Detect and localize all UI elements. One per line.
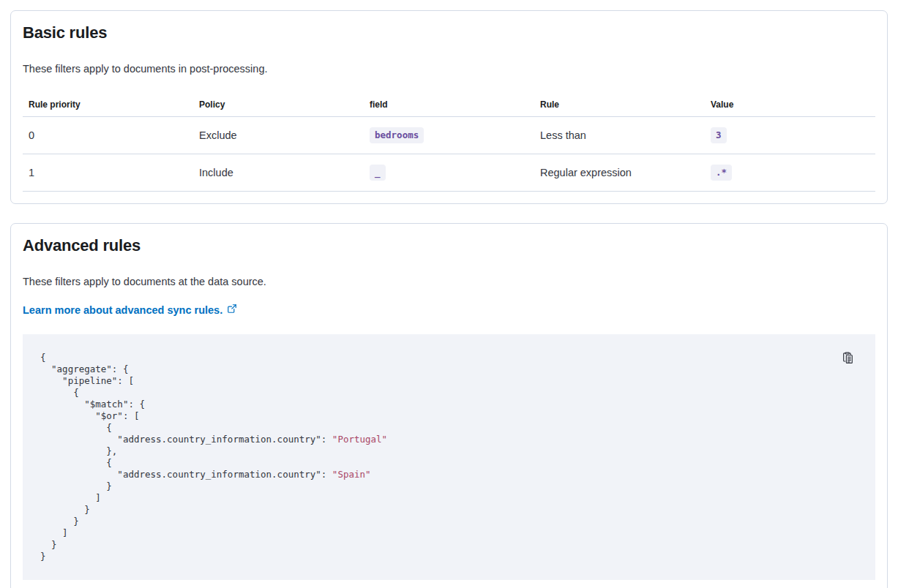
- advanced-rules-description: These filters apply to documents at the …: [23, 274, 875, 290]
- cell-policy: Exclude: [193, 117, 364, 154]
- table-header-row: Rule priorityPolicyfieldRuleValue: [23, 96, 875, 117]
- code-badge: .*: [711, 165, 732, 181]
- code-badge: _: [370, 165, 386, 181]
- code-badge: 3: [711, 127, 727, 143]
- learn-more-label: Learn more about advanced sync rules.: [23, 303, 222, 318]
- column-header: Rule priority: [23, 96, 193, 117]
- table-row: 1Include_Regular expression.*: [23, 154, 875, 192]
- cell-policy: Include: [193, 154, 364, 192]
- table-row: 0ExcludebedroomsLess than3: [23, 117, 875, 154]
- cell-rule: Regular expression: [534, 154, 705, 192]
- advanced-rules-code-block: { "aggregate": { "pipeline": [ { "$match…: [23, 334, 875, 580]
- code-content: { "aggregate": { "pipeline": [ { "$match…: [40, 352, 858, 562]
- copy-button[interactable]: [839, 350, 856, 368]
- cell-field: bedrooms: [364, 117, 534, 154]
- code-badge: bedrooms: [370, 127, 424, 143]
- basic-rules-title: Basic rules: [23, 23, 875, 42]
- cell-value: 3: [705, 117, 875, 154]
- basic-rules-description: These filters apply to documents in post…: [23, 61, 875, 77]
- basic-rules-panel: Basic rules These filters apply to docum…: [10, 10, 888, 204]
- basic-rules-table: Rule priorityPolicyfieldRuleValue 0Exclu…: [23, 96, 875, 192]
- cell-priority: 1: [23, 154, 193, 192]
- page: Basic rules These filters apply to docum…: [0, 0, 898, 588]
- learn-more-link[interactable]: Learn more about advanced sync rules.: [23, 303, 237, 318]
- cell-value: .*: [705, 154, 875, 192]
- cell-priority: 0: [23, 117, 193, 154]
- basic-rules-table-body: 0ExcludebedroomsLess than31Include_Regul…: [23, 117, 875, 192]
- column-header: Value: [705, 96, 875, 117]
- cell-field: _: [364, 154, 534, 192]
- column-header: field: [364, 96, 534, 117]
- advanced-rules-panel: Advanced rules These filters apply to do…: [10, 223, 888, 588]
- copy-icon: [842, 352, 854, 366]
- column-header: Rule: [534, 96, 705, 117]
- external-link-icon: [227, 303, 237, 318]
- cell-rule: Less than: [534, 117, 705, 154]
- advanced-rules-title: Advanced rules: [23, 235, 875, 255]
- column-header: Policy: [193, 96, 364, 117]
